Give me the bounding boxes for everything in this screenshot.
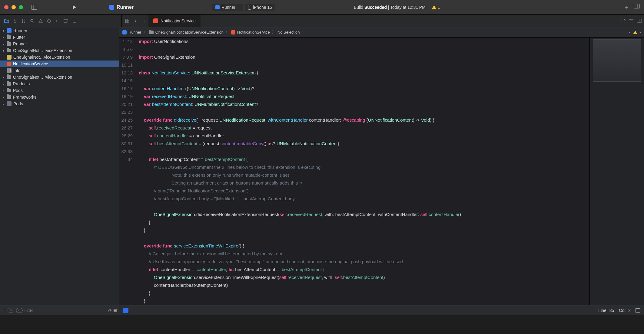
breakpoint-navigator-tab[interactable] [62,17,70,25]
jumpbar-project[interactable]: Runner [128,30,141,34]
source-editor[interactable]: 1 2 3 4 5 6 7 8 9 10 11 12 13 14 15 16 1… [119,38,589,305]
jump-bar[interactable]: Runner 〉 OneSignalNotificationServiceExt… [119,27,644,38]
nav-item-label: NotificationService [13,61,48,66]
warning-triangle-icon[interactable] [633,31,637,34]
disclosure-triangle-icon[interactable]: ▸ [2,96,5,99]
source-text[interactable]: import UserNotifications import OneSigna… [136,38,589,305]
toggle-debug-area-icon[interactable] [636,308,640,313]
nav-root-runner[interactable]: ▾ Runner [0,27,119,34]
report-navigator-tab[interactable] [70,17,79,25]
nav-item[interactable]: ▸Flutter [0,34,119,41]
jumpbar-symbol[interactable]: No Selection [277,30,300,34]
cursor-line-value: 35 [609,308,614,313]
nav-item[interactable]: ▸NotificationService [0,61,119,67]
line-gutter[interactable]: 1 2 3 4 5 6 7 8 9 10 11 12 13 14 15 16 1… [119,38,136,305]
folder-icon [7,35,11,39]
add-button[interactable]: ＋ [624,4,629,11]
toggle-left-sidebar-icon[interactable] [31,4,38,11]
close-window-button[interactable] [4,5,8,9]
xcodeproj-icon [7,28,12,33]
debug-navigator-tab[interactable] [53,17,62,25]
swift-icon [231,30,235,34]
enable-code-review-icon[interactable] [620,19,626,23]
nav-item-label: OneSignalNot…viceExtension [13,55,70,60]
nav-back-button[interactable]: ‹ [131,17,140,25]
add-files-button[interactable]: + [2,307,6,313]
test-navigator-tab[interactable] [45,17,53,25]
folder-icon [7,42,11,46]
recent-filter-toggle[interactable]: ⊙ [8,308,14,313]
adjust-editor-options-icon[interactable] [629,19,634,23]
nav-forward-button[interactable]: › [140,17,148,25]
titlebar: Runner Runner 〉 iPhone 15 Build Succeede… [0,0,644,15]
find-navigator-tab[interactable] [28,17,36,25]
nav-item[interactable]: ▸Products [0,80,119,87]
disclosure-triangle-icon[interactable]: ▸ [2,82,5,86]
scheme-selector[interactable]: Runner 〉 [212,4,243,11]
editor-tab[interactable]: NotificationService [148,15,201,27]
folder-icon [7,75,11,79]
nav-item-label: Pods [13,101,23,106]
nav-item[interactable]: ▸Frameworks [0,94,119,100]
folder-icon [7,95,11,99]
svg-rect-22 [636,308,640,312]
run-button[interactable] [73,5,76,9]
jumpbar-file[interactable]: NotificationService [237,30,270,34]
minimap[interactable] [589,38,644,305]
nav-item[interactable]: ▸Info [0,67,119,74]
toggle-right-sidebar-icon[interactable] [634,4,640,11]
project-navigator-tab[interactable] [2,17,11,25]
folder-icon [7,49,11,52]
breakpoint-toggle-button[interactable] [123,308,128,313]
chevron-right-icon: 〉 [143,30,147,35]
issue-nav-next-icon[interactable]: › [640,30,641,34]
nav-item[interactable]: ▸Runner [0,41,119,47]
issue-nav-prev-icon[interactable]: ‹ [629,30,630,34]
warning-triangle-icon [432,5,437,9]
issue-navigator-tab[interactable] [36,17,45,25]
source-control-navigator-tab[interactable] [11,17,19,25]
project-navigator[interactable]: ▾ Runner ▸Flutter▸Runner▾OneSignalNoti…r… [0,27,119,305]
xcodeproj-icon [7,101,12,106]
svg-rect-0 [32,5,37,9]
clock-icon[interactable]: ◷ [108,308,111,313]
nav-item-label: Runner [13,28,27,33]
jumpbar-group[interactable]: OneSignalNotificationServiceExtension [155,30,224,34]
nav-item-label: Info [13,68,20,73]
nav-item[interactable]: ▸Pods [0,87,119,94]
disclosure-triangle-icon[interactable]: ▸ [2,102,5,106]
editor-status-bar: Line: 35 Col: 2 [119,305,644,315]
disclosure-triangle-icon[interactable]: ▾ [2,49,5,52]
scm-filter-toggle[interactable]: ▭ [16,308,23,313]
bookmarks-navigator-tab[interactable] [19,17,28,25]
warning-indicator[interactable]: 1 [432,5,440,10]
minimize-window-button[interactable] [12,5,16,9]
disclosure-triangle-icon[interactable]: ▸ [2,42,5,46]
nav-item[interactable]: ▾OneSignalNoti…rviceExtension [0,47,119,54]
iphone-icon [248,5,251,10]
disclosure-triangle-icon[interactable]: ▾ [2,29,5,32]
svg-rect-16 [128,21,129,23]
scope-icon[interactable]: ▣ [113,308,117,313]
nav-item[interactable]: ▸OneSignalNot…viceExtension [0,54,119,61]
folder-icon [149,31,154,34]
related-items-button[interactable] [123,17,131,25]
nav-root-pods[interactable]: ▸ Pods [0,100,119,107]
plist-icon [7,68,12,73]
svg-line-9 [33,21,34,23]
chevron-right-icon: 〉 [272,30,276,35]
device-selector[interactable]: iPhone 15 [245,4,275,11]
disclosure-triangle-icon[interactable]: ▸ [2,76,5,79]
zoom-window-button[interactable] [19,5,23,9]
disclosure-triangle-icon[interactable]: ▸ [2,36,5,39]
add-editor-icon[interactable] [637,19,642,23]
project-icon [109,5,114,10]
svg-rect-13 [125,19,127,21]
minimap-viewport[interactable] [593,39,641,82]
svg-rect-3 [634,4,640,8]
build-status: Build Succeeded | Today at 12:31 PM [354,5,426,10]
nav-item[interactable]: ▸OneSignalNoti…rviceExtension [0,74,119,80]
navigator-filter-input[interactable] [25,308,106,313]
device-name: iPhone 15 [253,5,272,10]
disclosure-triangle-icon[interactable]: ▸ [2,89,5,92]
